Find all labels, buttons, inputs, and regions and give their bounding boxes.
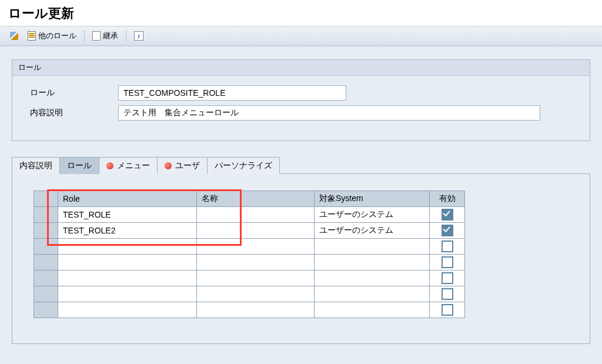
tab-menu-label: メニュー	[117, 161, 150, 171]
row-selector[interactable]	[34, 239, 58, 255]
tab-menu[interactable]: メニュー	[99, 157, 158, 174]
table-row: TEST_ROLE2ユーザーのシステム	[34, 223, 465, 239]
cell-name[interactable]	[197, 223, 315, 239]
other-roles-label: 他のロール	[38, 31, 76, 41]
table-row	[34, 255, 465, 271]
effective-checkbox[interactable]	[442, 209, 453, 221]
cell-effective[interactable]	[430, 239, 465, 255]
effective-checkbox[interactable]	[442, 304, 453, 316]
info-icon: i	[134, 31, 143, 41]
groupbox-title: ロール	[12, 60, 590, 76]
row-selector[interactable]	[34, 271, 58, 286]
info-button[interactable]: i	[130, 29, 148, 43]
inherit-label: 継承	[103, 31, 118, 41]
other-roles-button[interactable]: 他のロール	[24, 28, 81, 44]
tab-personalize[interactable]: パーソナライズ	[207, 157, 280, 174]
cell-name[interactable]	[197, 302, 315, 318]
tab-roles-label: ロール	[67, 161, 92, 171]
status-dot-icon	[165, 162, 172, 169]
tab-user-label: ユーザ	[175, 161, 200, 171]
desc-field-label: 内容説明	[30, 108, 118, 118]
cell-role[interactable]	[58, 286, 197, 302]
tab-user[interactable]: ユーザ	[157, 157, 208, 174]
table-row	[34, 271, 465, 286]
table-row: TEST_ROLEユーザーのシステム	[34, 207, 465, 223]
cell-name[interactable]	[197, 271, 315, 286]
row-selector[interactable]	[34, 255, 58, 271]
col-header-system[interactable]: 対象System	[315, 191, 430, 207]
toolbar: 他のロール 継承 i	[0, 26, 602, 46]
cell-name[interactable]	[197, 207, 315, 223]
cell-effective[interactable]	[430, 286, 465, 302]
magic-wand-button[interactable]	[6, 29, 22, 42]
row-selector[interactable]	[34, 286, 58, 302]
status-dot-icon	[106, 162, 113, 169]
tab-description-label: 内容説明	[19, 161, 52, 171]
col-header-effective[interactable]: 有効	[430, 191, 465, 207]
cell-system[interactable]	[315, 271, 430, 286]
cell-role[interactable]	[58, 302, 197, 318]
cell-role[interactable]: TEST_ROLE	[58, 207, 197, 223]
content-area: ロール ロール TEST_COMPOSITE_ROLE 内容説明 テスト用 集合…	[0, 46, 602, 364]
cell-effective[interactable]	[430, 271, 465, 286]
row-selector[interactable]	[34, 302, 58, 318]
cell-role[interactable]: TEST_ROLE2	[58, 223, 197, 239]
effective-checkbox[interactable]	[442, 288, 453, 300]
effective-checkbox[interactable]	[442, 272, 453, 284]
cell-name[interactable]	[197, 239, 315, 255]
tab-strip: 内容説明 ロール メニュー ユーザ パーソナライズ	[12, 156, 590, 173]
cell-effective[interactable]	[430, 255, 465, 271]
page-title: ロール更新	[0, 0, 602, 26]
row-selector[interactable]	[34, 207, 58, 223]
inherit-button[interactable]: 継承	[88, 28, 122, 44]
effective-checkbox[interactable]	[442, 225, 453, 236]
role-groupbox: ロール ロール TEST_COMPOSITE_ROLE 内容説明 テスト用 集合…	[12, 59, 590, 141]
wand-icon	[10, 32, 18, 40]
toolbar-separator	[84, 30, 85, 42]
cell-role[interactable]	[58, 255, 197, 271]
cell-effective[interactable]	[430, 223, 465, 239]
cell-role[interactable]	[58, 239, 197, 255]
tab-personalize-label: パーソナライズ	[215, 161, 272, 171]
cell-system[interactable]	[315, 286, 430, 302]
row-selector-header[interactable]	[34, 191, 58, 207]
table-row	[34, 239, 465, 255]
table-row	[34, 302, 465, 318]
col-header-name[interactable]: 名称	[197, 191, 315, 207]
cell-system[interactable]	[315, 302, 430, 318]
tab-description[interactable]: 内容説明	[12, 157, 60, 174]
cell-system[interactable]: ユーザーのシステム	[315, 207, 430, 223]
cell-effective[interactable]	[430, 302, 465, 318]
document-icon	[28, 31, 36, 41]
role-field-label: ロール	[30, 88, 118, 98]
cell-system[interactable]	[315, 255, 430, 271]
effective-checkbox[interactable]	[442, 241, 453, 252]
col-header-role[interactable]: Role	[58, 191, 197, 207]
cell-name[interactable]	[197, 255, 315, 271]
page-icon	[92, 31, 101, 41]
desc-field[interactable]: テスト用 集合メニューロール	[118, 105, 540, 121]
row-selector[interactable]	[34, 223, 58, 239]
tab-roles[interactable]: ロール	[59, 157, 99, 174]
roles-table: Role 名称 対象System 有効 TEST_ROLEユーザーのシステムTE…	[34, 191, 465, 318]
role-field[interactable]: TEST_COMPOSITE_ROLE	[118, 85, 346, 101]
effective-checkbox[interactable]	[442, 256, 453, 268]
cell-effective[interactable]	[430, 207, 465, 223]
cell-role[interactable]	[58, 271, 197, 286]
cell-system[interactable]: ユーザーのシステム	[315, 223, 430, 239]
toolbar-separator	[126, 30, 126, 42]
table-row	[34, 286, 465, 302]
tab-panel-roles: Role 名称 対象System 有効 TEST_ROLEユーザーのシステムTE…	[12, 173, 590, 344]
cell-name[interactable]	[197, 286, 315, 302]
cell-system[interactable]	[315, 239, 430, 255]
